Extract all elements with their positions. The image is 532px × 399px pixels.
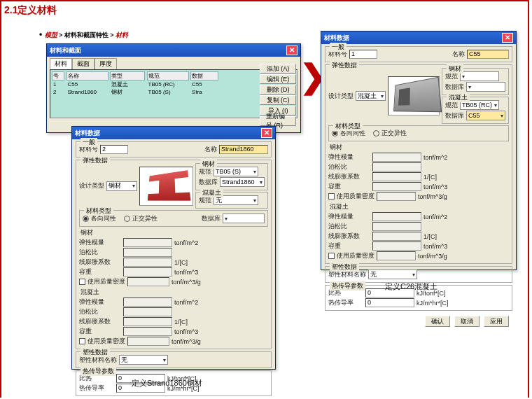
material-data-window-strand: 材料数据✕ 一般 材料号2 名称Strand1860 弹性数据 设计类型 钢材 … [71,126,276,370]
breadcrumb-path: 材料和截面特性 [64,31,108,38]
titlebar: 材料和截面 ✕ [47,44,300,57]
steel-db-select[interactable]: Strand1860 [220,177,265,187]
window-title: 材料数据 [324,34,349,43]
renumber-button[interactable]: 重新编号 (R) [260,116,296,126]
material-data-window-concrete: 材料数据✕ 一般 材料号1 名称C55 弹性数据 设计类型 混凝土 钢材 规范 … [321,31,517,270]
cancel-button[interactable]: 取消 [454,316,479,327]
design-type-select[interactable]: 钢材 [106,181,137,191]
use-mass-check[interactable] [328,193,335,200]
preview-icon [388,76,440,115]
design-type-select[interactable]: 混凝土 [356,91,386,101]
close-icon[interactable]: ✕ [286,46,298,55]
section-heading: 2.1定义材料 [1,1,528,17]
caption-strand: 定义Strand1860钢材 [132,378,202,388]
table-row[interactable]: 2 Strand1860 钢材 TB05 (S) Stra [52,88,295,96]
conductivity-field[interactable]: 0 [365,298,414,307]
materials-sections-window: 材料和截面 ✕ 材料 截面 厚度 号 名称 类型 规范 数据 1 C55 混凝土… [46,43,301,133]
isotropic-radio[interactable] [332,130,338,136]
isotropic-radio[interactable] [83,216,89,222]
preview-icon [139,167,193,206]
material-name-field[interactable]: Strand1860 [219,145,268,154]
use-mass-check[interactable] [79,279,85,285]
plastic-material-select[interactable]: 无 [119,355,168,365]
material-id-field[interactable]: 2 [100,145,128,154]
window-title: 材料数据 [75,129,100,138]
add-button[interactable]: 添加 (A) [260,64,296,74]
delete-button[interactable]: 删除 (D) [260,85,296,94]
breadcrumb-model: 模型 [45,31,57,38]
material-name-field[interactable]: C55 [467,50,509,59]
close-icon[interactable]: ✕ [502,33,513,43]
orthotropic-radio[interactable] [373,130,379,136]
close-icon[interactable]: ✕ [261,128,272,138]
breadcrumb-leaf: 材料 [115,31,128,38]
orthotropic-radio[interactable] [124,216,130,222]
tab-material[interactable]: 材料 [50,58,72,69]
caption-concrete: 定义C26混凝土 [385,281,438,292]
ok-button[interactable]: 确认 [425,316,450,327]
plastic-material-select[interactable]: 无 [368,270,417,279]
steel-standard-select[interactable]: TB05 (S) [214,167,258,176]
concrete-db-select[interactable]: C55 [466,111,505,120]
apply-button[interactable]: 应用 [484,316,509,327]
tab-section[interactable]: 截面 [72,58,94,69]
edit-button[interactable]: 编辑 (E) [260,74,296,84]
tab-thickness[interactable]: 厚度 [94,58,117,69]
table-row[interactable]: 1 C55 混凝土 TB05 (RC) C55 [52,80,295,88]
window-title: 材料和截面 [50,46,81,55]
material-id-field[interactable]: 1 [349,50,377,59]
copy-button[interactable]: 复制 (C) [260,95,296,105]
